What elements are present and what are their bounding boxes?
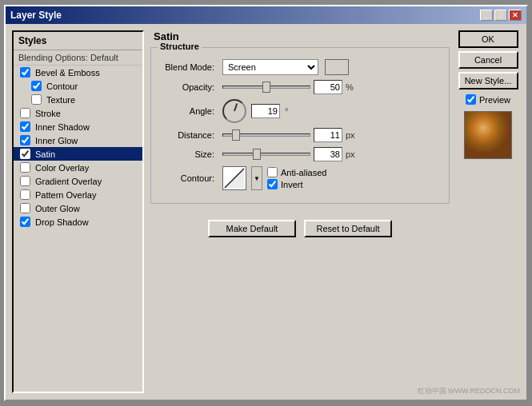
angle-dial[interactable] xyxy=(222,99,246,123)
angle-row: Angle: ° xyxy=(159,99,441,123)
section-title: Satin xyxy=(150,30,450,42)
satin-checkbox[interactable] xyxy=(20,149,30,159)
anti-aliased-label: Anti-aliased xyxy=(281,168,326,177)
opacity-row: Opacity: % xyxy=(159,80,441,94)
gradient-overlay-label: Gradient Overlay xyxy=(35,177,102,186)
pattern-overlay-checkbox[interactable] xyxy=(20,189,30,200)
center-panel: Satin Structure Blend Mode: Screen Opaci… xyxy=(150,30,450,393)
contour-label: Contour: xyxy=(159,173,219,183)
preview-thumbnail xyxy=(464,111,512,159)
sidebar-item-gradient-overlay[interactable]: Gradient Overlay xyxy=(14,174,142,188)
distance-slider[interactable] xyxy=(222,133,310,137)
size-unit: px xyxy=(346,149,355,159)
inner-shadow-label: Inner Shadow xyxy=(35,122,90,132)
color-overlay-checkbox[interactable] xyxy=(20,162,30,173)
anti-aliased-checkbox[interactable] xyxy=(267,167,278,177)
inner-glow-label: Inner Glow xyxy=(35,136,78,145)
contour-label: Contour xyxy=(46,82,78,91)
contour-dropdown-button[interactable]: ▼ xyxy=(251,166,262,190)
title-bar: Layer Style _ □ ✕ xyxy=(6,6,526,24)
sidebar-item-contour[interactable]: Contour xyxy=(14,79,142,93)
new-style-button[interactable]: New Style... xyxy=(458,72,518,90)
opacity-slider-container xyxy=(222,82,310,93)
contour-svg xyxy=(223,167,246,189)
contour-checkbox[interactable] xyxy=(31,81,42,91)
gradient-overlay-checkbox[interactable] xyxy=(20,176,30,186)
color-swatch[interactable] xyxy=(325,59,349,75)
bevel-emboss-checkbox[interactable] xyxy=(20,67,30,78)
inner-glow-checkbox[interactable] xyxy=(20,135,30,145)
preview-label-row: Preview xyxy=(466,94,510,105)
invert-item: Invert xyxy=(267,179,326,189)
invert-checkbox[interactable] xyxy=(267,179,278,189)
color-overlay-label: Color Overlay xyxy=(35,163,89,173)
dialog-body: Styles Blending Options: Default Bevel &… xyxy=(6,24,526,400)
distance-slider-container xyxy=(222,129,310,141)
bevel-emboss-label: Bevel & Emboss xyxy=(35,68,100,78)
outer-glow-label: Outer Glow xyxy=(35,204,80,213)
angle-input[interactable] xyxy=(251,104,280,118)
inner-shadow-checkbox[interactable] xyxy=(20,121,30,132)
sidebar-item-inner-glow[interactable]: Inner Glow xyxy=(14,133,142,147)
ok-button[interactable]: OK xyxy=(458,30,518,48)
stroke-label: Stroke xyxy=(35,109,61,118)
drop-shadow-checkbox[interactable] xyxy=(20,217,30,227)
sidebar-item-drop-shadow[interactable]: Drop Shadow xyxy=(14,215,142,229)
sidebar-item-texture[interactable]: Texture xyxy=(14,93,142,106)
cancel-button[interactable]: Cancel xyxy=(458,51,518,69)
blend-mode-select[interactable]: Screen xyxy=(222,59,318,75)
distance-input[interactable] xyxy=(314,128,342,142)
texture-label: Texture xyxy=(46,95,75,105)
sidebar-item-bevel-emboss[interactable]: Bevel & Emboss xyxy=(14,66,142,79)
sidebar-item-stroke[interactable]: Stroke xyxy=(14,106,142,120)
opacity-slider[interactable] xyxy=(222,86,310,89)
contour-options: Anti-aliased Invert xyxy=(267,167,326,189)
outer-glow-checkbox[interactable] xyxy=(20,203,30,213)
sidebar-item-inner-shadow[interactable]: Inner Shadow xyxy=(14,120,142,133)
distance-unit: px xyxy=(346,130,355,140)
bottom-buttons: Make Default Reset to Default xyxy=(150,220,450,237)
blending-options-section[interactable]: Blending Options: Default xyxy=(14,50,142,66)
opacity-unit: % xyxy=(346,82,354,92)
texture-checkbox[interactable] xyxy=(31,94,42,105)
blend-mode-label: Blend Mode: xyxy=(159,62,219,72)
group-title: Structure xyxy=(158,42,202,51)
sidebar-item-outer-glow[interactable]: Outer Glow xyxy=(14,201,142,215)
window-title: Layer Style xyxy=(10,10,62,21)
size-slider-container xyxy=(222,149,310,160)
right-panel: OK Cancel New Style... Preview xyxy=(456,30,520,393)
distance-label: Distance: xyxy=(159,130,219,140)
angle-label: Angle: xyxy=(159,106,219,116)
invert-label: Invert xyxy=(281,180,303,189)
size-input[interactable] xyxy=(314,147,342,161)
contour-control: ▼ Anti-aliased Invert xyxy=(222,166,326,190)
size-slider[interactable] xyxy=(222,153,310,156)
sidebar-item-pattern-overlay[interactable]: Pattern Overlay xyxy=(14,188,142,201)
size-row: Size: px xyxy=(159,147,441,161)
maximize-button[interactable]: □ xyxy=(494,10,507,21)
reset-default-button[interactable]: Reset to Default xyxy=(304,220,392,237)
distance-row: Distance: px xyxy=(159,128,441,142)
close-button[interactable]: ✕ xyxy=(509,10,522,21)
opacity-input[interactable] xyxy=(314,80,342,94)
size-label: Size: xyxy=(159,149,219,159)
opacity-label: Opacity: xyxy=(159,82,219,92)
title-bar-buttons: _ □ ✕ xyxy=(480,10,522,21)
make-default-button[interactable]: Make Default xyxy=(208,220,296,237)
pattern-overlay-label: Pattern Overlay xyxy=(35,190,96,200)
minimize-button[interactable]: _ xyxy=(480,10,493,21)
sidebar-item-color-overlay[interactable]: Color Overlay xyxy=(14,161,142,174)
angle-control: ° xyxy=(222,99,288,123)
anti-aliased-item: Anti-aliased xyxy=(267,167,326,177)
satin-label: Satin xyxy=(35,149,55,159)
angle-unit: ° xyxy=(285,106,288,116)
stroke-checkbox[interactable] xyxy=(20,108,30,118)
drop-shadow-label: Drop Shadow xyxy=(35,217,89,227)
preview-svg xyxy=(465,112,511,158)
styles-header: Styles xyxy=(14,32,142,50)
contour-preview[interactable] xyxy=(222,166,246,190)
contour-row: Contour: ▼ Anti-aliased xyxy=(159,166,441,190)
sidebar-item-satin[interactable]: Satin xyxy=(14,147,142,161)
preview-checkbox[interactable] xyxy=(466,94,476,105)
structure-group: Structure Blend Mode: Screen Opacity: xyxy=(150,47,450,204)
